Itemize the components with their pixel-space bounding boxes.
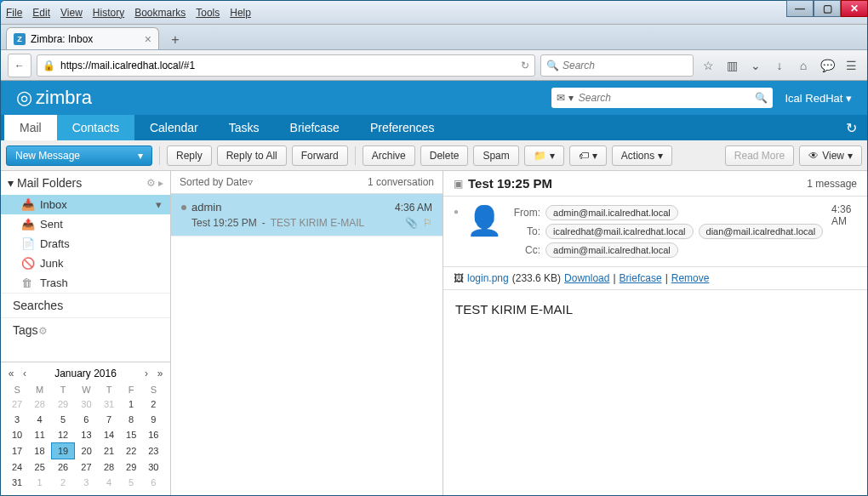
cal-day[interactable]: 1 [120, 396, 142, 412]
from-address-chip[interactable]: admin@mail.icalredhat.local [545, 205, 678, 220]
cal-day[interactable]: 3 [6, 412, 28, 427]
reply-button[interactable]: Reply [167, 145, 212, 166]
cal-day[interactable]: 22 [120, 443, 142, 459]
cal-day[interactable]: 29 [120, 459, 142, 476]
library-icon[interactable]: ▥ [722, 56, 741, 75]
url-input[interactable] [60, 60, 516, 71]
folder-trash[interactable]: 🗑Trash [1, 273, 170, 293]
app-search-input[interactable] [579, 92, 751, 104]
cal-day[interactable]: 2 [142, 396, 164, 412]
new-message-button[interactable]: New Message▾ [6, 145, 152, 166]
chevron-down-icon[interactable]: ▾ [156, 198, 162, 211]
cal-next-month-button[interactable]: › [141, 368, 151, 379]
menu-history[interactable]: History [93, 7, 124, 19]
attachment-briefcase-link[interactable]: Briefcase [620, 272, 662, 284]
cal-day[interactable]: 17 [6, 443, 28, 459]
gear-icon[interactable]: ⚙ ▸ [146, 177, 163, 189]
cal-day[interactable]: 12 [51, 427, 75, 443]
spam-button[interactable]: Spam [473, 145, 518, 166]
refresh-button[interactable]: ↻ [838, 120, 864, 136]
url-field[interactable]: 🔒 ↻ [37, 54, 535, 77]
searches-header[interactable]: Searches [1, 293, 170, 317]
sort-header[interactable]: Sorted by Date ▿ 1 conversation [171, 171, 443, 194]
gear-icon[interactable]: ⚙ [38, 325, 48, 337]
window-maximize-button[interactable]: ▢ [814, 0, 841, 17]
tab-tasks[interactable]: Tasks [214, 115, 275, 140]
cal-next-year-button[interactable]: » [155, 368, 165, 379]
tag-menu-button[interactable]: 🏷▾ [569, 145, 607, 166]
cal-day[interactable]: 13 [75, 427, 98, 443]
menu-view[interactable]: View [60, 7, 83, 19]
cal-day[interactable]: 19 [51, 443, 75, 459]
cal-day[interactable]: 6 [75, 412, 98, 427]
cal-day[interactable]: 31 [6, 475, 28, 490]
window-minimize-button[interactable]: — [786, 0, 814, 17]
tags-header[interactable]: Tags⚙ [1, 317, 170, 342]
cal-day[interactable]: 7 [98, 412, 120, 427]
menu-bookmarks[interactable]: Bookmarks [134, 7, 186, 19]
bookmark-star-icon[interactable]: ☆ [699, 56, 717, 75]
folder-sent[interactable]: 📤Sent [1, 214, 170, 234]
cal-day[interactable]: 2 [51, 475, 75, 490]
cal-day[interactable]: 5 [120, 475, 142, 490]
menu-tools[interactable]: Tools [196, 7, 220, 19]
flag-icon[interactable]: ⚐ [423, 217, 432, 229]
cal-prev-month-button[interactable]: ‹ [20, 368, 30, 379]
window-close-button[interactable]: ✕ [841, 0, 868, 17]
browser-tab[interactable]: Z Zimbra: Inbox × [6, 27, 159, 49]
cal-day[interactable]: 23 [142, 443, 164, 459]
cal-day[interactable]: 1 [28, 475, 51, 490]
cal-day[interactable]: 25 [28, 459, 51, 476]
menu-edit[interactable]: Edit [32, 7, 50, 19]
cal-day[interactable]: 27 [75, 459, 98, 476]
cal-day[interactable]: 4 [28, 412, 51, 427]
tab-close-icon[interactable]: × [145, 32, 151, 46]
cal-day[interactable]: 28 [98, 459, 120, 476]
tab-contacts[interactable]: Contacts [57, 115, 134, 140]
cal-day[interactable]: 4 [98, 475, 120, 490]
search-submit-icon[interactable]: 🔍 [755, 92, 768, 104]
cal-day[interactable]: 5 [51, 412, 75, 427]
tab-mail[interactable]: Mail [4, 115, 57, 140]
back-button[interactable]: ← [8, 54, 31, 77]
mail-scope-icon[interactable]: ✉ ▾ [557, 92, 573, 104]
cal-day[interactable]: 29 [51, 396, 75, 412]
browser-search-field[interactable]: 🔍 [540, 54, 694, 77]
tab-preferences[interactable]: Preferences [355, 115, 449, 140]
cal-day[interactable]: 18 [28, 443, 51, 459]
cal-day[interactable]: 26 [51, 459, 75, 476]
pocket-icon[interactable]: ⌄ [746, 56, 765, 75]
cal-day[interactable]: 10 [6, 427, 28, 443]
browser-search-input[interactable] [562, 60, 691, 71]
app-search-field[interactable]: ✉ ▾ 🔍 [551, 88, 773, 108]
cal-day[interactable]: 30 [75, 396, 98, 412]
cal-day[interactable]: 15 [120, 427, 142, 443]
attachment-name[interactable]: login.png [467, 272, 509, 284]
folder-junk[interactable]: 🚫Junk [1, 254, 170, 273]
delete-button[interactable]: Delete [420, 145, 469, 166]
cal-day[interactable]: 30 [142, 459, 164, 476]
attachment-remove-link[interactable]: Remove [671, 272, 710, 284]
mail-folders-header[interactable]: ▾ Mail Folders ⚙ ▸ [1, 171, 170, 195]
to-address-chip[interactable]: dian@mail.icalredhat.local [699, 224, 824, 239]
actions-menu-button[interactable]: Actions ▾ [612, 145, 672, 166]
user-menu[interactable]: Ical RedHat [785, 92, 852, 105]
tab-calendar[interactable]: Calendar [134, 115, 214, 140]
cal-day[interactable]: 21 [98, 443, 120, 459]
to-address-chip[interactable]: icalredhat@mail.icalredhat.local [545, 224, 693, 239]
move-menu-button[interactable]: 📁▾ [524, 145, 564, 166]
downloads-icon[interactable]: ↓ [770, 56, 789, 75]
reload-icon[interactable]: ↻ [521, 60, 529, 71]
cal-day[interactable]: 24 [6, 459, 28, 476]
cal-day[interactable]: 8 [120, 412, 142, 427]
tab-briefcase[interactable]: Briefcase [275, 115, 355, 140]
cal-prev-year-button[interactable]: « [6, 368, 16, 379]
hamburger-menu-icon[interactable]: ☰ [842, 56, 860, 75]
folder-drafts[interactable]: 📄Drafts [1, 234, 170, 254]
folder-inbox[interactable]: 📥Inbox▾ [1, 195, 170, 214]
new-tab-button[interactable]: + [164, 31, 186, 49]
menu-file[interactable]: File [6, 7, 22, 19]
cal-day[interactable]: 27 [6, 396, 28, 412]
cal-day[interactable]: 16 [142, 427, 164, 443]
archive-button[interactable]: Archive [363, 145, 415, 166]
